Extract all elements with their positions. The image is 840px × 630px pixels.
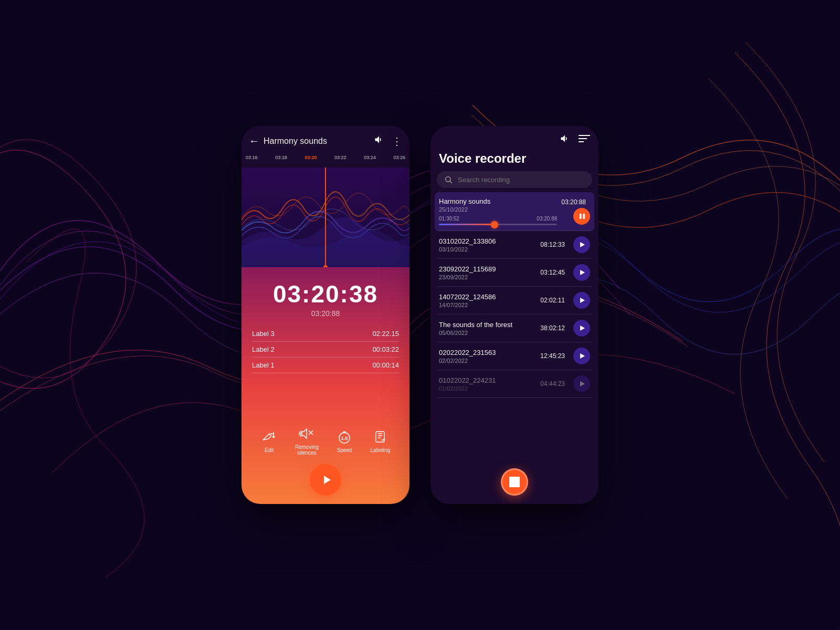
label-2-name: Label 2 [252, 345, 275, 353]
speed-icon: 1.0 [336, 428, 353, 445]
recording-item-6[interactable]: 01022022_224231 01/02/2022 04:44:23 [437, 370, 592, 398]
recording-item-4[interactable]: The sounds of the forest 05/06/2022 38:0… [437, 314, 592, 342]
svg-marker-12 [324, 476, 331, 484]
rec4-duration: 38:02:12 [540, 324, 565, 332]
progress-thumb [491, 221, 498, 228]
label-3-name: Label 3 [252, 330, 275, 338]
play-icon-6 [579, 381, 585, 387]
ruler-mark-4: 03:22 [334, 155, 346, 160]
rec5-date: 02/02/2022 [439, 358, 536, 364]
recorder-volume-icon[interactable] [560, 133, 570, 146]
record-dot [509, 477, 520, 487]
labeling-control[interactable]: Labeling [371, 428, 391, 453]
rec4-name: The sounds of the forest [439, 321, 536, 329]
search-input[interactable] [458, 176, 585, 184]
rec5-duration: 12:45:23 [540, 352, 565, 360]
play-icon-4 [579, 325, 585, 331]
speed-label: Speed [337, 447, 352, 453]
timeline-ruler: 03:16 03:18 03:20 03:22 03:24 03:26 [242, 153, 410, 167]
recorder-search[interactable] [437, 171, 592, 188]
svg-marker-25 [580, 381, 585, 386]
svg-rect-18 [580, 214, 582, 219]
waveform-area[interactable] [242, 167, 410, 267]
label-3-time: 02:22.15 [372, 330, 399, 338]
rec3-info: 14072022_124586 14/07/2022 [439, 293, 536, 308]
removing-silences-icon [298, 425, 315, 442]
play-button-large[interactable] [310, 464, 341, 496]
edit-label: Edit [265, 447, 274, 453]
label-item-3: Label 3 02:22.15 [252, 326, 399, 342]
rec2-play-button[interactable] [573, 264, 590, 281]
rec2-info: 23092022_115689 23/09/2022 [439, 265, 536, 280]
player-time-sub: 03:20:88 [252, 309, 399, 318]
player-header: ← Harmony sounds ⋮ [242, 126, 410, 153]
recorder-sort-icon[interactable] [579, 134, 590, 145]
recorder-title-row: Voice recorder [430, 151, 598, 171]
label-2-time: 00:03:22 [372, 345, 399, 353]
playhead-line [325, 167, 326, 267]
recorder-bottom [430, 464, 598, 504]
player-header-icons: ⋮ [374, 134, 402, 148]
harmony-pause-button[interactable] [573, 208, 590, 225]
record-button[interactable] [501, 468, 528, 496]
player-time-main: 03:20:38 [252, 280, 399, 308]
rec3-play-button[interactable] [573, 292, 590, 309]
svg-rect-19 [583, 214, 585, 219]
rec4-info: The sounds of the forest 05/06/2022 [439, 321, 536, 336]
rec5-name: 02022022_231563 [439, 349, 536, 356]
speed-control[interactable]: 1.0 Speed [336, 428, 353, 453]
player-controls-bar: Edit Remo [252, 425, 399, 458]
svg-marker-21 [580, 270, 585, 275]
rec5-play-button[interactable] [573, 348, 590, 364]
svg-marker-23 [580, 326, 585, 331]
play-icon-5 [579, 353, 585, 359]
progress-fill [439, 224, 495, 225]
rec1-name: 03102022_133806 [439, 237, 536, 245]
svg-marker-22 [580, 298, 585, 303]
recorder-title: Voice recorder [439, 151, 526, 165]
more-icon[interactable]: ⋮ [392, 135, 402, 148]
play-icon-2 [579, 269, 585, 276]
harmony-time-row: 01:30:52 03:20:88 [439, 216, 557, 222]
play-icon-3 [579, 297, 585, 303]
harmony-total-time: 03:20:88 [537, 216, 557, 222]
svg-marker-24 [580, 353, 585, 359]
rec2-date: 23/09/2022 [439, 274, 536, 280]
recording-item-5[interactable]: 02022022_231563 02/02/2022 12:45:23 [437, 342, 592, 370]
ruler-mark-2: 03:18 [275, 155, 287, 160]
player-bottom: 03:20:38 03:20:88 Label 3 02:22.15 Label… [242, 267, 410, 504]
play-icon-1 [579, 242, 585, 248]
back-icon[interactable]: ← [249, 135, 259, 147]
volume-icon[interactable] [374, 134, 384, 148]
phone-player: ← Harmony sounds ⋮ 03:16 03:18 03:20 03:… [242, 126, 410, 504]
phone-recorder: Voice recorder Harmony sounds 25/10/2022… [430, 126, 598, 504]
ruler-labels: 03:16 03:18 03:20 03:22 03:24 03:26 [246, 155, 405, 160]
rec2-duration: 03:12:45 [540, 269, 565, 276]
player-title: Harmony sounds [264, 136, 370, 146]
rec6-duration: 04:44:23 [540, 380, 565, 387]
edit-control[interactable]: Edit [261, 428, 278, 453]
harmony-progress[interactable]: 01:30:52 03:20:88 [439, 216, 557, 225]
recording-item-harmony[interactable]: Harmony sounds 25/10/2022 01:30:52 03:20… [435, 192, 594, 231]
recording-item-3[interactable]: 14072022_124586 14/07/2022 02:02:11 [437, 287, 592, 314]
harmony-info: Harmony sounds 25/10/2022 01:30:52 03:20… [439, 197, 557, 225]
svg-point-16 [446, 177, 450, 182]
recording-item-1[interactable]: 03102022_133806 03/10/2022 08:12:33 [437, 231, 592, 259]
svg-text:1.0: 1.0 [341, 436, 348, 441]
rec4-play-button[interactable] [573, 320, 590, 337]
rec6-play-button[interactable] [573, 375, 590, 392]
ruler-mark-6: 03:26 [393, 155, 405, 160]
removing-silences-control[interactable]: Removingsilences [295, 425, 319, 456]
label-item-2: Label 2 00:03:22 [252, 342, 399, 358]
label-1-time: 00:00:14 [372, 361, 399, 369]
rec5-info: 02022022_231563 02/02/2022 [439, 349, 536, 364]
rec6-info: 01022022_224231 01/02/2022 [439, 376, 536, 392]
search-icon [444, 175, 453, 184]
progress-track[interactable] [439, 224, 557, 225]
rec4-date: 05/06/2022 [439, 330, 536, 336]
player-labels: Label 3 02:22.15 Label 2 00:03:22 Label … [252, 326, 399, 419]
recording-item-2[interactable]: 23092022_115689 23/09/2022 03:12:45 [437, 259, 592, 287]
recorder-header [430, 126, 598, 151]
rec1-play-button[interactable] [573, 236, 590, 253]
rec6-name: 01022022_224231 [439, 376, 536, 384]
